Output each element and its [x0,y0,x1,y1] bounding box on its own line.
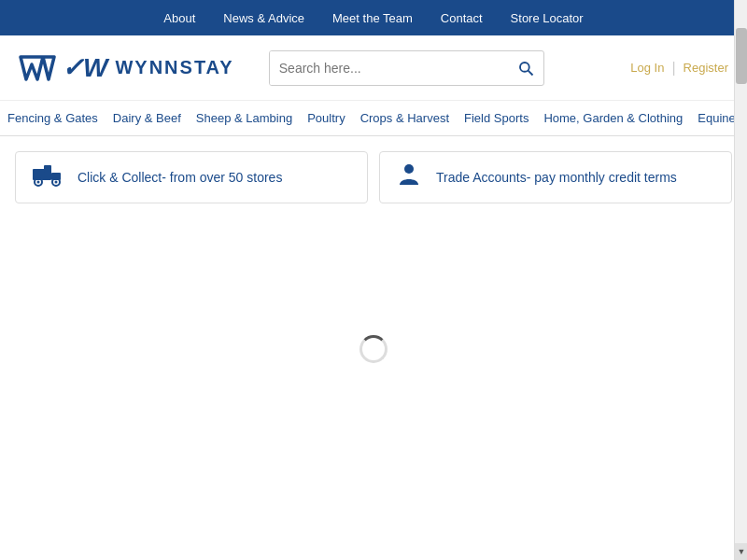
click-collect-banner[interactable]: Click & Collect- from over 50 stores [15,151,368,203]
logo[interactable]: ✓W WYNNSTAY [19,53,234,83]
cat-dairy-beef[interactable]: Dairy & Beef [106,111,189,125]
top-navigation: About News & Advice Meet the Team Contac… [0,0,747,35]
site-header: ✓W WYNNSTAY Log In | Register [0,35,747,101]
search-icon [517,60,534,77]
cat-crops-harvest[interactable]: Crops & Harvest [353,111,457,125]
click-collect-text: Click & Collect- from over 50 stores [78,170,282,185]
search-button[interactable] [508,51,543,85]
trade-accounts-banner[interactable]: Trade Accounts- pay monthly credit terms [379,151,732,203]
cat-fencing-gates[interactable]: Fencing & Gates [7,111,106,125]
svg-point-1 [520,63,529,72]
nav-store-locator[interactable]: Store Locator [511,11,584,25]
register-link[interactable]: Register [684,61,728,75]
nav-contact[interactable]: Contact [441,11,483,25]
category-navigation: Fencing & Gates Dairy & Beef Sheep & Lam… [0,101,747,136]
promo-banners: Click & Collect- from over 50 stores Tra… [0,136,747,218]
account-icon [395,161,423,194]
scrollbar-track[interactable]: ▼ [734,0,747,560]
auth-links: Log In | Register [579,60,728,77]
search-input[interactable] [270,51,508,85]
nav-about[interactable]: About [163,11,195,25]
cat-home-garden[interactable]: Home, Garden & Clothing [536,111,690,125]
svg-marker-0 [21,57,54,79]
scrollbar-down-arrow[interactable]: ▼ [735,543,747,560]
main-content [0,218,747,480]
trade-accounts-text: Trade Accounts- pay monthly credit terms [436,170,677,185]
wynnstay-logo-icon [19,53,56,83]
logo-text: WYNNSTAY [115,57,233,78]
svg-point-8 [55,181,58,184]
svg-rect-9 [44,165,51,173]
svg-point-6 [37,181,40,184]
auth-divider: | [671,60,675,77]
nav-meet-team[interactable]: Meet the Team [332,11,413,25]
cat-sheep-lambing[interactable]: Sheep & Lambing [189,111,300,125]
svg-line-2 [528,70,532,75]
nav-news-advice[interactable]: News & Advice [223,11,304,25]
cat-poultry[interactable]: Poultry [300,111,352,125]
truck-icon [31,161,64,193]
svg-point-10 [404,164,414,174]
loading-spinner [359,335,388,363]
cat-field-sports[interactable]: Field Sports [457,111,536,125]
scrollbar-thumb[interactable] [736,28,747,84]
search-container [234,50,579,86]
login-link[interactable]: Log In [630,61,664,75]
